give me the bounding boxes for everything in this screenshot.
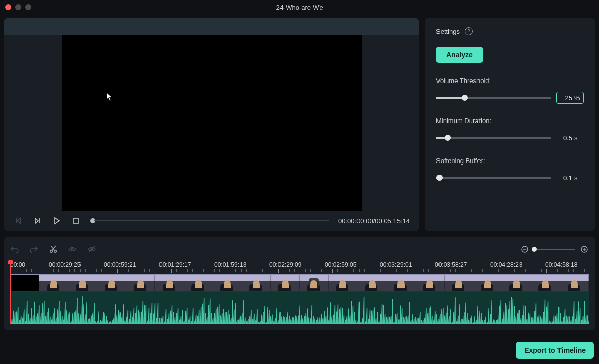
svg-rect-0 bbox=[73, 218, 78, 223]
svg-line-5 bbox=[89, 246, 95, 253]
svg-line-11 bbox=[311, 281, 316, 286]
help-icon[interactable]: ? bbox=[465, 27, 473, 35]
thumbnail-frame bbox=[39, 275, 68, 291]
timeline-ruler[interactable]: 00:0000:00:29:2500:00:59:2100:01:29:1700… bbox=[10, 261, 589, 273]
volume-threshold-label: Volume Threshold: bbox=[436, 77, 584, 85]
thumbnail-frame bbox=[502, 275, 531, 291]
minimum-duration-label: Minimum Duration: bbox=[436, 117, 584, 125]
svg-point-3 bbox=[71, 248, 73, 250]
prev-frame-button[interactable] bbox=[13, 216, 23, 226]
preview-header bbox=[4, 18, 419, 35]
minimum-duration-value[interactable] bbox=[560, 134, 572, 142]
minimum-duration-slider[interactable] bbox=[436, 134, 551, 141]
visibility-button[interactable] bbox=[68, 245, 77, 254]
timeline-zoom bbox=[520, 245, 589, 254]
preview-viewport[interactable] bbox=[4, 35, 419, 211]
thumbnail-frame bbox=[560, 275, 589, 291]
softening-buffer-slider[interactable] bbox=[436, 174, 551, 181]
ruler-timecode: 00:01:29:17 bbox=[159, 261, 214, 268]
thumbnail-frame bbox=[242, 275, 271, 291]
timeline-tracks[interactable] bbox=[10, 274, 589, 324]
softening-buffer-input[interactable]: s bbox=[556, 172, 584, 184]
playhead[interactable] bbox=[10, 261, 11, 324]
thumbnail-frame bbox=[329, 275, 357, 291]
play-button[interactable] bbox=[52, 216, 62, 226]
settings-heading: Settings bbox=[436, 28, 460, 35]
minimize-window-button[interactable] bbox=[15, 4, 21, 10]
thumbnail-frame bbox=[300, 275, 329, 291]
minimum-duration-input[interactable]: s bbox=[556, 132, 584, 144]
transport-bar: 00:00:00:00/00:05:15:14 bbox=[4, 211, 419, 231]
thumbnail-frame bbox=[97, 275, 126, 291]
zoom-window-button[interactable] bbox=[25, 4, 31, 10]
svg-point-1 bbox=[50, 250, 53, 253]
close-window-button[interactable] bbox=[5, 4, 11, 10]
thumbnail-frame bbox=[155, 275, 184, 291]
softening-buffer-label: Softening Buffer: bbox=[436, 157, 584, 165]
volume-threshold-input[interactable]: % bbox=[556, 92, 584, 104]
thumbnail-frame bbox=[68, 275, 97, 291]
audio-waveform-strip[interactable] bbox=[10, 292, 589, 324]
export-to-timeline-button[interactable]: Export to Timeline bbox=[516, 342, 594, 359]
ruler-timecode: 00:00:59:21 bbox=[104, 261, 159, 268]
hidden-segment-icon bbox=[309, 278, 319, 289]
thumbnail-frame bbox=[445, 275, 473, 291]
param-minimum-duration: Minimum Duration: s bbox=[436, 117, 584, 144]
scrub-track bbox=[94, 220, 329, 221]
titlebar: 24-Who-are-We bbox=[0, 0, 599, 14]
thumbnail-frame bbox=[357, 275, 386, 291]
zoom-in-button[interactable] bbox=[580, 245, 589, 254]
thumbnail-frame bbox=[213, 275, 242, 291]
svg-point-2 bbox=[54, 250, 57, 253]
minimum-duration-unit: s bbox=[574, 134, 580, 142]
video-frame bbox=[62, 35, 362, 211]
timeline-panel: 00:0000:00:29:2500:00:59:2100:01:29:1700… bbox=[4, 237, 595, 330]
ruler-timecode: 00:04:58:18 bbox=[545, 261, 599, 268]
next-frame-button[interactable] bbox=[32, 216, 43, 226]
zoom-out-button[interactable] bbox=[520, 245, 529, 254]
hide-button[interactable] bbox=[87, 245, 96, 254]
ruler-timecode: 00:03:29:01 bbox=[380, 261, 435, 268]
ruler-timecode: 00:00 bbox=[10, 261, 49, 268]
thumbnail-frame bbox=[386, 275, 415, 291]
window-controls bbox=[5, 4, 31, 10]
thumbnail-frame bbox=[473, 275, 502, 291]
ruler-timecode: 00:02:59:05 bbox=[325, 261, 380, 268]
volume-threshold-slider[interactable] bbox=[436, 94, 551, 101]
softening-buffer-value[interactable] bbox=[560, 174, 572, 182]
param-softening-buffer: Softening Buffer: s bbox=[436, 157, 584, 184]
analyze-button[interactable]: Analyze bbox=[436, 47, 483, 63]
undo-button[interactable] bbox=[10, 245, 19, 254]
preview-panel: 00:00:00:00/00:05:15:14 bbox=[4, 18, 419, 231]
redo-button[interactable] bbox=[29, 245, 38, 254]
param-volume-threshold: Volume Threshold: % bbox=[436, 77, 584, 104]
thumbnail-frame bbox=[531, 275, 560, 291]
ruler-timecode: 00:04:28:23 bbox=[490, 261, 545, 268]
ruler-timecode: 00:01:59:13 bbox=[214, 261, 269, 268]
thumbnail-frame bbox=[271, 275, 300, 291]
window-title: 24-Who-are-We bbox=[0, 4, 599, 11]
softening-buffer-unit: s bbox=[574, 174, 580, 182]
thumbnail-frame bbox=[184, 275, 213, 291]
time-readout: 00:00:00:00/00:05:15:14 bbox=[338, 217, 410, 225]
zoom-slider-thumb[interactable] bbox=[532, 247, 537, 252]
timeline-toolbar bbox=[10, 242, 589, 256]
scrub-bar[interactable] bbox=[90, 218, 329, 223]
stop-button[interactable] bbox=[71, 216, 81, 226]
cut-button[interactable] bbox=[49, 245, 58, 254]
ruler-timecode: 00:03:58:27 bbox=[435, 261, 490, 268]
thumbnail-frame bbox=[126, 275, 155, 291]
volume-threshold-unit: % bbox=[574, 94, 580, 102]
thumbnail-frame bbox=[415, 275, 444, 291]
volume-threshold-value[interactable] bbox=[560, 94, 572, 102]
time-total: 00:05:15:14 bbox=[375, 217, 410, 225]
zoom-slider[interactable] bbox=[534, 249, 575, 250]
cursor-icon bbox=[106, 92, 113, 101]
settings-panel: Settings ? Analyze Volume Threshold: % M… bbox=[425, 18, 595, 231]
ruler-timecode: 00:02:29:09 bbox=[269, 261, 325, 268]
time-current: 00:00:00:00 bbox=[338, 217, 373, 225]
ruler-timecode: 00:00:29:25 bbox=[49, 261, 104, 268]
video-thumbnail-strip[interactable] bbox=[10, 274, 589, 292]
